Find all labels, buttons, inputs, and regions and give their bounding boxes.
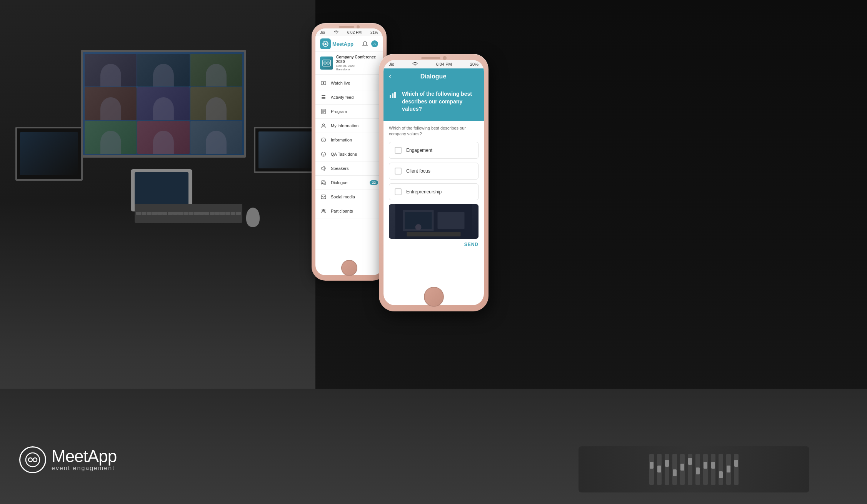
menu-item-watch-live[interactable]: Watch live — [315, 76, 383, 90]
video-cell-6 — [190, 87, 242, 120]
menu-item-social-media[interactable]: Social media — [315, 190, 383, 204]
participants-icon — [320, 208, 327, 215]
phone-2-screen: Jio 6:04 PM 20% ‹ Dialogue — [383, 60, 484, 305]
phone-1-logo-icon — [320, 38, 331, 49]
notification-icon[interactable] — [362, 41, 368, 47]
phone-2: Jio 6:04 PM 20% ‹ Dialogue — [379, 54, 489, 311]
side-monitor-right — [254, 127, 321, 173]
svg-point-1 — [28, 458, 32, 462]
information-label: Information — [331, 138, 378, 142]
option-engagement-label: Engagement — [406, 148, 432, 153]
my-information-icon — [320, 122, 327, 129]
phone-1-app-header: MeetApp A — [315, 36, 383, 52]
qa-task-icon: i — [320, 151, 327, 158]
svg-rect-14 — [322, 98, 325, 99]
menu-item-my-information[interactable]: My information — [315, 119, 383, 133]
video-cell-9 — [190, 121, 242, 154]
phone-1-screen: Jio 6:02 PM 21% — [315, 28, 383, 275]
poll-option-entrepreneurship[interactable]: Entrepreneurship — [389, 183, 479, 200]
option-client-focus-label: Client focus — [406, 168, 430, 174]
audio-mixer — [579, 446, 809, 492]
keyboard — [135, 204, 242, 223]
svg-point-5 — [325, 43, 327, 45]
poll-option-client-focus[interactable]: Client focus — [389, 163, 479, 180]
program-icon — [320, 108, 327, 115]
header-icons: A — [362, 40, 378, 47]
dialogue-label: Dialogue — [331, 180, 366, 185]
phone-1-camera — [339, 25, 360, 28]
logo-icon — [19, 446, 46, 473]
speakers-label: Speakers — [331, 166, 378, 171]
event-date: Dec 30, 2020 — [336, 64, 378, 68]
svg-point-35 — [415, 224, 422, 230]
svg-rect-25 — [323, 182, 326, 184]
my-information-label: My information — [331, 123, 378, 128]
svg-rect-28 — [390, 95, 391, 98]
avatar-icon[interactable]: A — [371, 40, 378, 47]
phone-1-app-name: MeetApp — [332, 41, 353, 47]
checkbox-client-focus[interactable] — [395, 168, 402, 175]
event-location: Barcelona — [336, 68, 378, 71]
svg-text:i: i — [323, 153, 324, 156]
menu-item-qa-task-done[interactable]: i QA Task done — [315, 147, 383, 161]
back-button[interactable]: ‹ — [389, 72, 391, 80]
poll-image-container: SEND — [389, 204, 479, 247]
checkbox-engagement[interactable] — [395, 147, 402, 154]
monitor-screen — [83, 52, 244, 155]
watch-live-icon — [320, 80, 327, 86]
menu-item-speakers[interactable]: Speakers — [315, 161, 383, 176]
svg-rect-36 — [407, 232, 461, 236]
logo-tagline: event engagement — [52, 465, 117, 472]
logo-name: MeetApp — [52, 448, 117, 465]
svg-rect-29 — [392, 93, 393, 98]
send-row: SEND — [389, 239, 479, 247]
video-cell-1 — [85, 54, 137, 86]
poll-question-banner: Which of the following best describes ou… — [383, 84, 484, 121]
phone-1-wifi-icon — [334, 30, 338, 35]
event-thumbnail — [320, 57, 333, 70]
menu-item-participants[interactable]: Participants — [315, 204, 383, 218]
logo-text-container: MeetApp event engagement — [52, 448, 117, 472]
dialogue-title: Dialogue — [396, 73, 471, 80]
information-icon: i — [320, 136, 327, 143]
phone-2-battery: 20% — [470, 62, 479, 67]
poll-image-preview — [389, 204, 479, 239]
poll-option-engagement[interactable]: Engagement — [389, 142, 479, 159]
dialogue-icon — [320, 179, 327, 186]
event-info: Company Conference 2020 Dec 30, 2020 Bar… — [336, 55, 378, 71]
phone-1-battery: 21% — [370, 30, 378, 35]
svg-rect-30 — [394, 92, 396, 98]
phone-1-status-bar: Jio 6:02 PM 21% — [315, 28, 383, 36]
menu-item-information[interactable]: i Information — [315, 133, 383, 147]
poll-question-text: Which of the following best describes ou… — [402, 90, 479, 113]
phone-2-home-button[interactable] — [424, 287, 444, 307]
video-cell-8 — [137, 121, 189, 154]
svg-rect-12 — [322, 95, 325, 96]
activity-feed-label: Activity feed — [331, 95, 378, 100]
svg-text:i: i — [323, 139, 324, 142]
menu-item-dialogue[interactable]: Dialogue 22 — [315, 176, 383, 190]
event-name: Company Conference 2020 — [336, 55, 378, 64]
activity-feed-icon — [320, 94, 327, 101]
phone-2-body: Jio 6:04 PM 20% ‹ Dialogue — [379, 54, 489, 311]
svg-rect-13 — [322, 97, 325, 98]
menu-item-activity-feed[interactable]: Activity feed — [315, 90, 383, 105]
main-monitor — [81, 50, 246, 158]
event-card[interactable]: Company Conference 2020 Dec 30, 2020 Bar… — [315, 52, 383, 75]
dialogue-header: ‹ Dialogue — [383, 68, 484, 84]
phone-1-menu: Watch live Activity feed — [315, 75, 383, 220]
send-button[interactable]: SEND — [464, 242, 479, 247]
side-monitor-left — [15, 127, 83, 181]
video-cell-4 — [85, 87, 137, 120]
svg-point-8 — [324, 62, 326, 64]
social-media-icon — [320, 193, 327, 200]
phone-1-home-button[interactable] — [341, 260, 357, 276]
video-cell-7 — [85, 121, 137, 154]
phone-1-time: 6:02 PM — [347, 30, 362, 35]
menu-item-program[interactable]: Program — [315, 105, 383, 119]
watch-live-label: Watch live — [331, 81, 378, 85]
phone-1-carrier: Jio — [320, 30, 325, 35]
poll-subtitle: Which of the following best describes ou… — [389, 125, 479, 137]
mouse — [246, 208, 260, 227]
checkbox-entrepreneurship[interactable] — [395, 188, 402, 195]
